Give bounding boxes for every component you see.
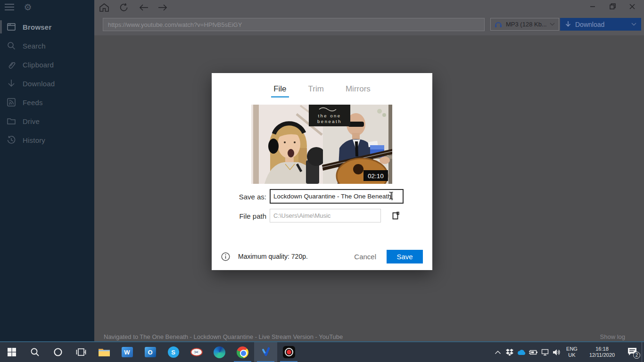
edge-button[interactable] <box>208 342 231 362</box>
tab-file[interactable]: File <box>272 82 287 98</box>
save-button[interactable]: Save <box>387 250 423 263</box>
edge-icon <box>214 346 225 358</box>
browser-icon <box>7 22 16 32</box>
cortana-button[interactable] <box>46 342 69 362</box>
taskbar: W O S ✂ <box>0 342 644 362</box>
chrome-button[interactable] <box>231 342 254 362</box>
outlook-button[interactable]: O <box>139 342 162 362</box>
paperclip-icon <box>7 60 16 69</box>
sidebar-item-download[interactable]: Download <box>0 74 94 93</box>
file-path-value: C:\Users\Aime\Music <box>273 212 330 219</box>
refresh-icon[interactable] <box>117 2 131 14</box>
save-as-value: Lockdown Quarantine - The One Beneath <box>273 193 391 200</box>
close-icon[interactable] <box>622 0 642 14</box>
skype-button[interactable]: S <box>162 342 185 362</box>
search-icon <box>30 347 40 357</box>
maximize-icon[interactable] <box>603 0 622 14</box>
channel-name-line2: beneath <box>317 119 342 124</box>
back-icon[interactable] <box>137 2 151 14</box>
sidebar-item-browser[interactable]: Browser <box>0 17 94 36</box>
notification-count-badge: 2 <box>633 352 640 359</box>
sidebar-item-label: Clipboard <box>23 61 54 69</box>
sidebar-header: ⚙ <box>0 0 94 16</box>
taskbar-search-button[interactable] <box>23 342 46 362</box>
download-button-label: Download <box>575 21 604 28</box>
snipping-tool-icon: ✂ <box>190 348 203 356</box>
forward-icon[interactable] <box>156 2 170 14</box>
show-log-link[interactable]: Show log <box>600 333 625 340</box>
toolbar: MP3 (128 Kb... Download <box>94 0 644 35</box>
sidebar-item-label: Drive <box>23 117 40 125</box>
snipping-tool-button[interactable]: ✂ <box>185 342 208 362</box>
sidebar-item-label: Browser <box>23 23 51 31</box>
dropbox-icon[interactable] <box>504 342 515 362</box>
hamburger-menu-icon[interactable] <box>4 3 15 12</box>
sidebar-item-label: Feeds <box>23 99 43 107</box>
rss-feed-icon <box>7 98 16 107</box>
cortana-icon <box>53 347 63 357</box>
sidebar-item-label: Search <box>23 42 46 50</box>
sidebar-item-label: Download <box>23 80 55 88</box>
folder-icon <box>7 116 16 126</box>
format-label: MP3 (128 Kb... <box>506 21 547 28</box>
ibeam-cursor-icon <box>388 191 394 200</box>
quality-note: Maximum quality: 720p. <box>238 253 308 260</box>
file-path-label: File path <box>219 212 266 220</box>
url-input[interactable] <box>103 18 485 31</box>
chrome-icon <box>237 346 248 358</box>
volume-icon[interactable] <box>551 342 562 362</box>
sidebar-item-clipboard[interactable]: Clipboard <box>0 55 94 74</box>
language-line1: ENG <box>562 346 581 352</box>
system-tray: ENG UK 16:18 12/11/2020 2 <box>492 342 644 362</box>
downloader-app-icon <box>260 346 272 358</box>
sidebar-item-drive[interactable]: Drive <box>0 112 94 131</box>
battery-icon[interactable] <box>527 342 539 362</box>
show-desktop-button[interactable] <box>642 342 644 362</box>
sidebar-item-history[interactable]: History <box>0 131 94 149</box>
start-button[interactable] <box>0 342 23 362</box>
search-icon <box>7 41 16 50</box>
outlook-icon: O <box>145 347 156 357</box>
clock-time: 16:18 <box>584 346 620 352</box>
save-as-label: Save as: <box>219 193 266 201</box>
network-icon[interactable] <box>539 342 551 362</box>
sidebar-item-feeds[interactable]: Feeds <box>0 93 94 112</box>
duration-text: 02:10 <box>368 173 384 180</box>
format-dropdown[interactable]: MP3 (128 Kb... <box>490 18 559 31</box>
channel-card: the one beneath <box>309 105 350 126</box>
browse-folder-icon[interactable] <box>391 211 401 221</box>
tray-chevron-up-icon[interactable] <box>492 342 504 362</box>
file-path-input[interactable]: C:\Users\Aime\Music <box>270 209 381 222</box>
screen-recorder-icon <box>283 346 295 358</box>
chevron-down-icon <box>631 23 636 26</box>
dialog-footer: Maximum quality: 720p. Cancel Save <box>221 249 423 263</box>
sidebar-item-search[interactable]: Search <box>0 36 94 55</box>
action-center-button[interactable]: 2 <box>623 342 642 362</box>
task-view-button[interactable] <box>69 342 92 362</box>
download-button[interactable]: Download <box>560 18 641 31</box>
screen-recorder-button[interactable] <box>277 342 300 362</box>
onedrive-icon[interactable] <box>515 342 527 362</box>
screen: ⚙ Browser Search Clipboard Download <box>0 0 644 362</box>
home-icon[interactable] <box>97 2 111 14</box>
gear-icon[interactable]: ⚙ <box>22 1 34 14</box>
status-bar: Navigated to The One Beneath - Lockdown … <box>94 331 644 342</box>
tab-trim[interactable]: Trim <box>307 82 325 98</box>
clock[interactable]: 16:18 12/11/2020 <box>584 346 620 358</box>
active-indicator <box>0 20 2 33</box>
file-explorer-button[interactable] <box>92 342 116 362</box>
cancel-button[interactable]: Cancel <box>354 253 376 261</box>
downloader-app-button[interactable] <box>254 342 277 362</box>
word-button[interactable]: W <box>116 342 139 362</box>
download-arrow-icon <box>7 79 16 88</box>
minimize-icon[interactable] <box>583 0 603 14</box>
save-as-input[interactable]: Lockdown Quarantine - The One Beneath <box>270 189 404 204</box>
skype-icon: S <box>168 346 179 358</box>
download-arrow-icon <box>565 21 571 28</box>
headphones-icon <box>495 21 502 28</box>
history-clock-icon <box>7 135 16 145</box>
status-message: Navigated to The One Beneath - Lockdown … <box>104 333 343 340</box>
sidebar: ⚙ Browser Search Clipboard Download <box>0 0 94 342</box>
tab-mirrors[interactable]: Mirrors <box>345 82 372 98</box>
language-indicator[interactable]: ENG UK <box>562 346 581 358</box>
